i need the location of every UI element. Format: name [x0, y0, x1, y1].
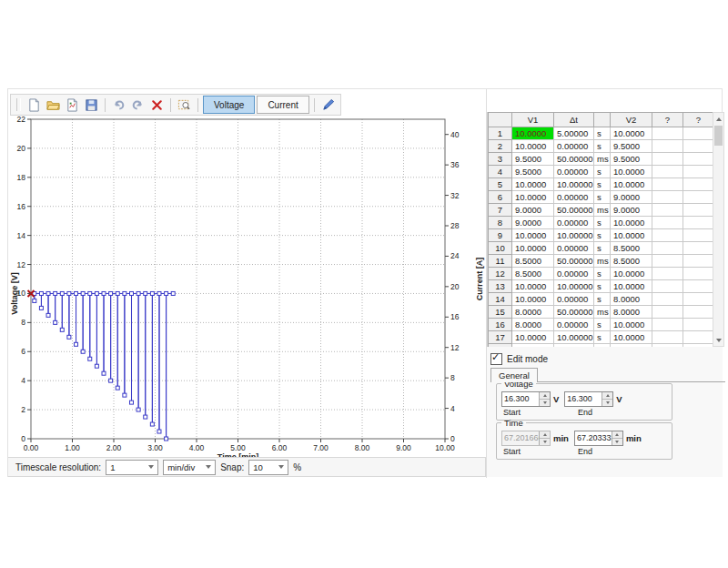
timescale-unit-dropdown[interactable]: min/div [163, 460, 216, 475]
waveform-marker[interactable] [157, 430, 161, 433]
cell-dt[interactable]: 10.00000 [554, 280, 594, 293]
row-number-button[interactable]: 15 [489, 306, 512, 319]
voltage-start-value[interactable]: 16.300 [502, 392, 539, 406]
cell-q2[interactable] [683, 242, 714, 255]
toolbar-grip[interactable] [16, 98, 21, 111]
delete-button[interactable] [148, 96, 166, 114]
cell-q2[interactable] [683, 331, 714, 344]
scrollbar-up-button[interactable] [713, 113, 723, 125]
cell-v1[interactable]: 10.0000 [512, 242, 554, 255]
draw-pen-button[interactable] [319, 96, 337, 114]
undo-button[interactable] [110, 96, 127, 114]
waveform-marker[interactable] [81, 350, 85, 353]
waveform-marker[interactable] [67, 335, 71, 339]
cell-dt[interactable]: 50.00000 [554, 153, 594, 166]
cell-dt[interactable]: 10.00000 [554, 331, 594, 344]
cell-q1[interactable] [652, 319, 683, 331]
waveform-marker[interactable] [129, 401, 133, 404]
row-number-button[interactable]: 8 [489, 217, 512, 229]
cell-q1[interactable] [652, 280, 683, 293]
cell-unit[interactable]: s [594, 280, 611, 293]
cell-q2[interactable] [683, 204, 714, 217]
waveform-marker[interactable] [60, 291, 64, 295]
row-number-button[interactable]: 10 [489, 242, 512, 255]
cell-unit[interactable]: s [594, 319, 611, 331]
row-number-button[interactable]: 6 [489, 191, 512, 204]
timescale-value-dropdown[interactable]: 1 [106, 460, 158, 475]
zoom-select-button[interactable] [176, 96, 193, 114]
cell-unit[interactable]: ms [594, 153, 611, 166]
waveform-marker[interactable] [95, 291, 98, 295]
cell-v1[interactable]: 9.0000 [512, 204, 554, 217]
cell-v2[interactable]: 10.0000 [611, 229, 652, 242]
waveform-marker[interactable] [123, 393, 126, 397]
cell-q2[interactable] [683, 229, 714, 242]
waveform-marker[interactable] [102, 371, 106, 375]
cell-v1[interactable]: 10.0000 [512, 191, 554, 204]
waveform-marker[interactable] [144, 415, 147, 419]
waveform-marker[interactable] [165, 291, 168, 295]
cell-unit[interactable]: ms [594, 255, 611, 268]
cell-q1[interactable] [652, 268, 683, 280]
waveform-marker[interactable] [150, 291, 154, 295]
row-number-button[interactable]: 17 [489, 331, 512, 344]
cell-v1[interactable]: 10.0000 [512, 178, 554, 191]
cell-v2[interactable]: 10.0000 [611, 127, 652, 140]
waveform-marker[interactable] [88, 357, 92, 360]
table-scrollbar[interactable] [713, 112, 724, 347]
cell-v2[interactable]: 10.0000 [611, 217, 652, 229]
cell-unit[interactable]: s [594, 229, 611, 242]
cell-v1[interactable]: 8.5000 [512, 268, 554, 280]
cell-q2[interactable] [683, 217, 714, 229]
voltage-end-value[interactable]: 16.300 [565, 392, 602, 406]
time-end-spinner[interactable]: 67.2033333 [574, 431, 623, 446]
cell-v1[interactable]: 9.0000 [512, 217, 554, 229]
redo-button[interactable] [129, 96, 147, 114]
waveform-marker[interactable] [109, 379, 113, 382]
spinner-arrows[interactable] [539, 392, 550, 406]
waveform-marker[interactable] [116, 386, 119, 390]
cell-q2[interactable] [683, 166, 714, 178]
cell-v2[interactable]: 9.0000 [611, 191, 652, 204]
waveform-marker[interactable] [150, 422, 154, 426]
cell-dt[interactable]: 0.00000 [554, 217, 594, 229]
waveform-marker[interactable] [129, 291, 133, 295]
cell-v1[interactable]: 10.0000 [512, 229, 554, 242]
tab-general[interactable]: General [490, 368, 538, 382]
waveform-marker[interactable] [39, 306, 43, 309]
cell-unit[interactable]: s [594, 293, 611, 306]
waveform-marker[interactable] [75, 291, 78, 295]
row-number-button[interactable]: 13 [489, 280, 512, 293]
cell-unit[interactable]: s [594, 331, 611, 344]
cell-dt[interactable]: 10.00000 [554, 178, 594, 191]
cell-q1[interactable] [652, 204, 683, 217]
cell-v2[interactable]: 10.0000 [611, 166, 652, 178]
scrollbar-thumb[interactable] [714, 126, 723, 146]
waveform-marker[interactable] [46, 313, 50, 317]
cell-unit[interactable]: ms [594, 306, 611, 319]
snap-dropdown[interactable]: 10 [248, 460, 288, 475]
row-number-button[interactable]: 4 [489, 166, 512, 178]
scrollbar-down-button[interactable] [713, 334, 723, 346]
waveform-marker[interactable] [81, 291, 85, 295]
cell-q2[interactable] [683, 306, 714, 319]
cell-v2[interactable]: 8.0000 [611, 293, 652, 306]
cell-q2[interactable] [683, 319, 714, 331]
cell-dt[interactable]: 0.00000 [554, 166, 594, 178]
waveform-marker[interactable] [88, 291, 92, 295]
cell-unit[interactable]: s [594, 140, 611, 153]
waveform-marker[interactable] [171, 291, 175, 295]
cell-v1[interactable]: 9.5000 [512, 166, 554, 178]
cell-v2[interactable]: 8.0000 [611, 306, 652, 319]
cell-dt[interactable]: 50.00000 [554, 306, 594, 319]
cell-v2[interactable]: 10.0000 [611, 268, 652, 280]
waveform-marker[interactable] [116, 291, 119, 295]
row-number-button[interactable]: 2 [489, 140, 512, 153]
waveform-marker[interactable] [109, 291, 113, 295]
row-number-button[interactable]: 5 [489, 178, 512, 191]
row-number-button[interactable]: 14 [489, 293, 512, 306]
cell-v1[interactable]: 10.0000 [512, 280, 554, 293]
cell-q2[interactable] [683, 178, 714, 191]
waveform-marker[interactable] [54, 291, 57, 295]
spinner-arrows[interactable] [612, 431, 622, 445]
